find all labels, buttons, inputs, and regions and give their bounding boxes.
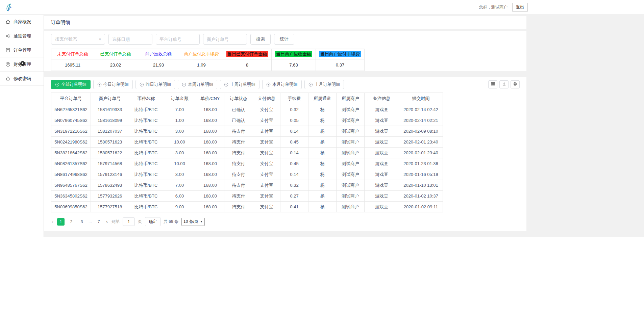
stats-button[interactable]: 统计 (274, 34, 294, 45)
cell-remark: 游戏豆 (365, 126, 399, 137)
search-button[interactable]: 搜索 (250, 34, 271, 45)
summary-label: 当日已支付订单金额 (226, 51, 268, 57)
cell-pay-info: 支付宝 (253, 104, 280, 115)
table-row: 5N00699850S621577927518比特币/BTC9.00168.00… (51, 202, 443, 212)
logout-button[interactable]: 退出 (512, 3, 528, 12)
merchant-order-input[interactable] (203, 34, 247, 45)
cell-currency: 比特币/BTC (129, 148, 163, 158)
goto-page-input[interactable] (123, 217, 135, 226)
cell-currency: 比特币/BTC (129, 180, 163, 191)
cell-time: 2020-02-09 08:10 (399, 126, 443, 137)
cell-merchant-order: 1581619333 (91, 104, 129, 115)
page-title-bar: 订单明细 (44, 16, 526, 29)
tab-this-week-orders[interactable]: 本周订单明细 (178, 80, 217, 89)
summary-header-today-receivable: 当日商户应收金额 (272, 49, 316, 59)
cell-remark: 游戏豆 (365, 169, 399, 180)
tab-last-week-orders[interactable]: 上周订单明细 (220, 80, 259, 89)
home-icon (5, 19, 10, 24)
cell-amount: 1.00 (163, 115, 196, 126)
top-header: 您好，测试商户 退出 (0, 0, 644, 15)
tabs-row: 全部订单明细 今日订单明细 昨日订单明细 本周订单明细 上周订单明细 (51, 80, 520, 89)
cell-remark: 游戏豆 (365, 191, 399, 202)
sidebar-item-label: 订单管理 (14, 47, 31, 53)
platform-order-input[interactable] (156, 34, 200, 45)
cell-fee: 0.32 (280, 104, 308, 115)
export-button[interactable] (499, 80, 509, 88)
sidebar-item-overview[interactable]: 商家概况 (0, 15, 44, 29)
cell-channel: 杨 (308, 104, 337, 115)
pagination: ‹ 1 2 3 ... 7 › 到第 页 确定 共 69 条 10 条/页 ▼ (51, 217, 520, 226)
summary-label: 当日商户应付手续费 (319, 51, 361, 57)
navigate-icon (97, 82, 102, 87)
page-button-3[interactable]: 3 (78, 218, 85, 226)
cell-remark: 游戏豆 (365, 180, 399, 191)
sidebar-item-label: 修改密码 (14, 76, 31, 82)
cell-channel: 杨 (308, 126, 337, 137)
summary-value-receivable: 21.93 (137, 59, 180, 71)
tab-this-month-orders[interactable]: 本月订单明细 (262, 80, 302, 89)
date-input[interactable] (108, 34, 152, 45)
order-table-card: 全部订单明细 今日订单明细 昨日订单明细 本周订单明细 上周订单明细 (44, 77, 526, 231)
cell-merchant-order: 1577927518 (91, 202, 129, 212)
cell-price: 168.00 (196, 169, 224, 180)
cell-remark: 游戏豆 (365, 202, 399, 212)
status-filter-select[interactable]: 按支付状态 ▼ (51, 34, 105, 45)
column-header-currency: 币种名称 (129, 93, 163, 104)
tab-yesterday-orders[interactable]: 昨日订单明细 (135, 80, 175, 89)
sidebar-item-orders[interactable]: 订单管理 (0, 43, 44, 57)
cell-merchant: 测试商户 (337, 126, 365, 137)
cell-status: 待支付 (224, 180, 253, 191)
cell-currency: 比特币/BTC (129, 115, 163, 126)
sidebar-item-label: 通道管理 (14, 33, 31, 39)
page-button-2[interactable]: 2 (68, 218, 75, 226)
table-view-button[interactable] (488, 80, 497, 88)
sidebar-item-password[interactable]: 修改密码 (0, 72, 44, 86)
sidebar-item-channels[interactable]: 通道管理 (0, 29, 44, 43)
prev-page-button[interactable]: ‹ (51, 219, 54, 224)
page-button-1[interactable]: 1 (57, 218, 65, 226)
filter-card: 按支付状态 ▼ 搜索 统计 未支付订单总额 已支付订单总额 商户应收总额 商户应… (44, 31, 526, 71)
cell-pay-info: 支付宝 (253, 169, 280, 180)
tab-today-orders[interactable]: 今日订单明细 (93, 80, 133, 89)
page-button-7[interactable]: 7 (95, 218, 102, 226)
sidebar-item-label: 商家概况 (14, 19, 31, 25)
table-toolbar (488, 80, 520, 88)
cell-pay-info: 支付宝 (253, 137, 280, 148)
summary-header-row: 未支付订单总额 已支付订单总额 商户应收总额 商户应付总手续费 当日已支付订单金… (51, 49, 365, 59)
cell-merchant-order: 1578632493 (91, 180, 129, 191)
cell-channel: 杨 (308, 148, 337, 158)
user-greeting: 您好，测试商户 (479, 4, 507, 10)
table-row: 5N31972216S621581207037比特币/BTC3.00168.00… (51, 126, 443, 137)
cell-merchant: 测试商户 (337, 191, 365, 202)
tab-last-month-orders[interactable]: 上月订单明细 (304, 80, 344, 89)
cell-merchant-order: 1581618099 (91, 115, 129, 126)
cell-pay-info: 支付宝 (253, 126, 280, 137)
confirm-button[interactable]: 确定 (145, 217, 160, 226)
cell-fee: 0.05 (280, 115, 308, 126)
tab-label: 上月订单明细 (315, 82, 340, 87)
table-row: 5N86174968S621579123146比特币/BTC3.00168.00… (51, 169, 443, 180)
page-size-select[interactable]: 10 条/页 ▼ (181, 218, 205, 226)
next-page-button[interactable]: › (105, 219, 108, 224)
navigate-icon (266, 82, 271, 87)
table-row: 5N08261357S621579714568比特币/BTC10.00168.0… (51, 158, 443, 169)
order-icon (5, 48, 10, 53)
cell-platform-order: 5N08261357S62 (51, 158, 91, 169)
cell-pay-info: 支付宝 (253, 158, 280, 169)
cell-platform-order: 5N31972216S62 (51, 126, 91, 137)
summary-value-paid: 23.02 (94, 59, 137, 71)
cell-status: 待支付 (224, 191, 253, 202)
cell-amount: 6.00 (163, 191, 196, 202)
cell-merchant: 测试商户 (337, 115, 365, 126)
print-button[interactable] (511, 80, 520, 88)
cell-time: 2020-01-10 13:01 (399, 180, 443, 191)
tab-all-orders[interactable]: 全部订单明细 (51, 80, 91, 89)
cell-merchant-order: 1579123146 (91, 169, 129, 180)
cell-time: 2020-01-23 01:36 (399, 158, 443, 169)
summary-header-unpaid: 未支付订单总额 (51, 49, 94, 59)
summary-value-today-receivable: 7.63 (272, 59, 316, 71)
chevron-down-icon: ▼ (200, 220, 203, 223)
summary-header-total-fee: 商户应付总手续费 (180, 49, 223, 59)
cell-currency: 比特币/BTC (129, 169, 163, 180)
order-table: 平台订单号 商户订单号 币种名称 订单金额 单价/CNY 订单状态 支付信息 手… (51, 93, 443, 212)
